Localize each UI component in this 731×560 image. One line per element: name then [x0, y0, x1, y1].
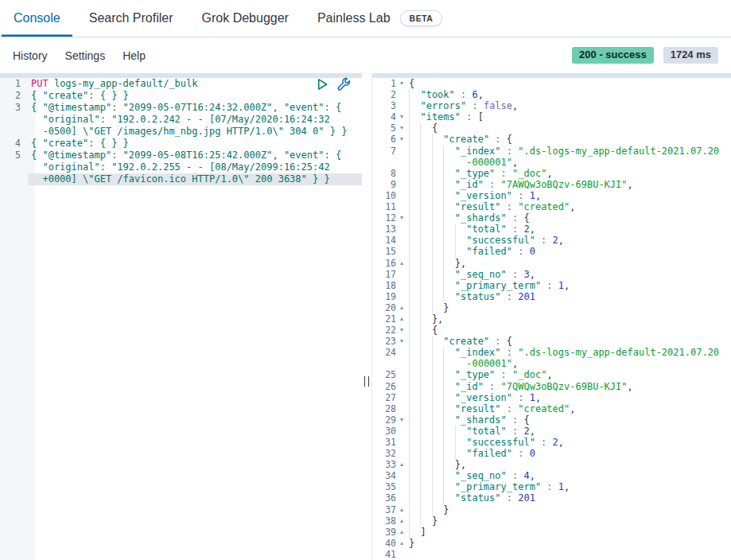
- tab-search-profiler[interactable]: Search Profiler: [77, 0, 185, 37]
- tab-console[interactable]: Console: [2, 0, 72, 37]
- indent-guide: [432, 358, 443, 369]
- fold-toggle-icon[interactable]: ▴: [396, 504, 407, 515]
- send-request-button[interactable]: [315, 77, 329, 91]
- indent-guide: [443, 280, 454, 291]
- code-text: }: [407, 538, 731, 549]
- fold-toggle-icon[interactable]: ▾: [396, 325, 407, 336]
- response-line: 36"status" : 201: [372, 492, 731, 504]
- request-actions: [315, 77, 351, 91]
- line-number: 15: [372, 246, 396, 257]
- line-number: [0, 161, 28, 173]
- indent-guide: [455, 426, 466, 437]
- line-number: 13: [372, 224, 396, 235]
- indent-guide: [420, 201, 431, 212]
- code-text: "result" : "created",: [407, 403, 731, 414]
- panel-resizer[interactable]: [362, 73, 371, 560]
- indent-guide: [443, 381, 454, 392]
- response-line: 40▴}: [372, 538, 731, 549]
- fold-spacer: [396, 492, 407, 504]
- editor-line[interactable]: 1PUT logs-my_app-default/_bulk: [0, 78, 362, 90]
- fold-toggle-icon[interactable]: ▾: [396, 414, 407, 426]
- response-line: 38▴}: [372, 515, 731, 527]
- fold-toggle-icon[interactable]: ▾: [396, 122, 407, 134]
- fold-toggle-icon[interactable]: ▴: [396, 527, 407, 538]
- indent-guide: [443, 157, 454, 168]
- fold-toggle-icon[interactable]: ▴: [396, 302, 407, 313]
- response-line: 19"status" : 201: [372, 291, 731, 302]
- line-number: 7: [372, 146, 396, 157]
- indent-guide: [409, 212, 420, 224]
- indent-guide: [409, 459, 420, 470]
- response-pane: 1▾{2"took" : 6,3"errors" : false,4▾"item…: [371, 73, 731, 560]
- line-number: 32: [372, 448, 396, 459]
- fold-toggle-icon[interactable]: ▾: [396, 111, 407, 122]
- fold-toggle-icon[interactable]: ▴: [396, 459, 407, 470]
- line-number: 4: [0, 138, 28, 150]
- code-text: },: [407, 258, 731, 269]
- indent-guide: [420, 426, 431, 437]
- fold-toggle-icon[interactable]: ▴: [396, 313, 407, 325]
- editor-line[interactable]: "original": "192.0.2.242 - - [07/May/202…: [0, 114, 362, 126]
- wrench-icon: [336, 77, 351, 91]
- request-options-button[interactable]: [336, 77, 351, 91]
- code-text[interactable]: { "create": { } }: [28, 90, 362, 102]
- menu-settings[interactable]: Settings: [65, 49, 106, 62]
- tab-grok-debugger[interactable]: Grok Debugger: [190, 0, 301, 37]
- fold-spacer: [396, 369, 407, 380]
- indent-guide: [432, 414, 443, 426]
- editor-line[interactable]: 3{ "@timestamp": "2099-05-07T16:24:32.00…: [0, 102, 362, 114]
- fold-toggle-icon[interactable]: ▾: [396, 212, 407, 224]
- resizer-handle-icon: [364, 376, 369, 387]
- line-number: 26: [372, 381, 396, 392]
- tab-painless-lab[interactable]: Painless Lab BETA: [305, 0, 454, 37]
- indent-guide: [432, 426, 443, 437]
- indent-guide: [443, 403, 454, 414]
- fold-toggle-icon[interactable]: ▴: [396, 538, 407, 549]
- top-tab-bar: Console Search Profiler Grok Debugger Pa…: [0, 0, 731, 37]
- code-text[interactable]: +0000] \"GET /favicon.ico HTTP/1.0\" 200…: [28, 173, 362, 185]
- editor-line[interactable]: +0000] \"GET /favicon.ico HTTP/1.0\" 200…: [0, 173, 362, 185]
- code-text[interactable]: -0500] \"GET /images/hm_nbg.jpg HTTP/1.0…: [28, 126, 362, 138]
- response-viewer-lines: 1▾{2"took" : 6,3"errors" : false,4▾"item…: [372, 78, 731, 560]
- line-number: 16: [372, 258, 396, 269]
- editor-line[interactable]: "original": "192.0.2.255 - - [08/May/209…: [0, 161, 362, 173]
- code-text: ]: [407, 527, 731, 538]
- code-text[interactable]: { "@timestamp": "2099-05-07T16:24:32.000…: [28, 102, 362, 114]
- fold-spacer: [396, 168, 407, 179]
- indent-guide: [455, 437, 466, 448]
- code-text[interactable]: PUT logs-my_app-default/_bulk: [28, 78, 362, 90]
- indent-guide: [409, 347, 420, 358]
- editor-line[interactable]: 2{ "create": { } }: [0, 90, 362, 102]
- indent-guide: [432, 224, 443, 235]
- code-text[interactable]: { "@timestamp": "2099-05-08T16:25:42.000…: [28, 150, 362, 161]
- fold-toggle-icon[interactable]: ▴: [396, 258, 407, 269]
- response-line: 15"failed" : 0: [372, 246, 731, 257]
- indent-guide: [443, 224, 454, 235]
- menu-history[interactable]: History: [13, 49, 48, 62]
- code-text[interactable]: { "create": { } }: [28, 138, 362, 150]
- fold-toggle-icon[interactable]: ▴: [396, 515, 407, 527]
- fold-toggle-icon[interactable]: ▾: [396, 78, 407, 89]
- line-number: 24: [372, 347, 396, 358]
- code-text: "total" : 2,: [407, 224, 731, 235]
- fold-spacer: [396, 190, 407, 201]
- response-line: 31"successful" : 2,: [372, 437, 731, 448]
- editor-line[interactable]: -0500] \"GET /images/hm_nbg.jpg HTTP/1.0…: [0, 126, 362, 138]
- editor-line[interactable]: 5{ "@timestamp": "2099-05-08T16:25:42.00…: [0, 150, 362, 161]
- code-text[interactable]: "original": "192.0.2.242 - - [07/May/202…: [28, 114, 362, 126]
- indent-guide: [420, 302, 431, 313]
- menu-help[interactable]: Help: [122, 49, 146, 62]
- response-line: 34"_seq_no" : 4,: [372, 470, 731, 481]
- fold-toggle-icon[interactable]: ▾: [396, 134, 407, 145]
- editor-line[interactable]: 4{ "create": { } }: [0, 138, 362, 150]
- fold-toggle-icon[interactable]: ▾: [396, 336, 407, 347]
- response-line: 37▴}: [372, 504, 731, 515]
- indent-guide: [409, 313, 420, 325]
- play-icon: [315, 77, 329, 91]
- indent-guide: [443, 369, 454, 380]
- response-line: 5▾{: [372, 122, 731, 134]
- request-editor-pane[interactable]: 1PUT logs-my_app-default/_bulk2{ "create…: [0, 73, 362, 560]
- indent-guide: [409, 504, 420, 515]
- indent-guide: [443, 347, 454, 358]
- code-text[interactable]: "original": "192.0.2.255 - - [08/May/209…: [28, 161, 362, 173]
